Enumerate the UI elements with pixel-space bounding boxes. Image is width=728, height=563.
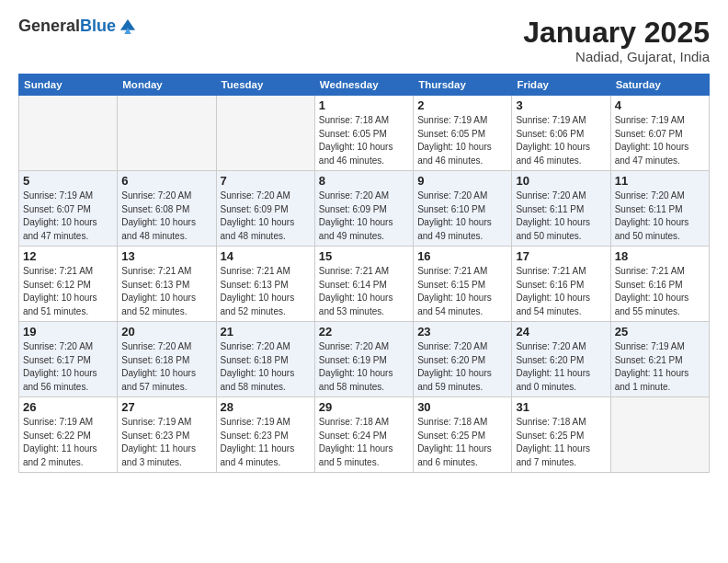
table-row xyxy=(118,96,216,171)
table-row: 15Sunrise: 7:21 AM Sunset: 6:14 PM Dayli… xyxy=(314,247,413,322)
day-detail: Sunrise: 7:21 AM Sunset: 6:14 PM Dayligh… xyxy=(319,265,409,318)
col-friday: Friday xyxy=(512,75,610,96)
day-detail: Sunrise: 7:20 AM Sunset: 6:20 PM Dayligh… xyxy=(417,340,507,394)
day-detail: Sunrise: 7:18 AM Sunset: 6:25 PM Dayligh… xyxy=(516,416,606,469)
day-detail: Sunrise: 7:20 AM Sunset: 6:18 PM Dayligh… xyxy=(221,340,311,394)
day-number: 13 xyxy=(121,249,211,263)
table-row: 3Sunrise: 7:19 AM Sunset: 6:06 PM Daylig… xyxy=(512,96,610,171)
day-number: 17 xyxy=(516,249,606,263)
day-detail: Sunrise: 7:19 AM Sunset: 6:22 PM Dayligh… xyxy=(23,416,113,469)
calendar-week-row: 26Sunrise: 7:19 AM Sunset: 6:22 PM Dayli… xyxy=(19,397,710,473)
logo: GeneralBlue xyxy=(18,17,138,37)
day-detail: Sunrise: 7:18 AM Sunset: 6:05 PM Dayligh… xyxy=(319,114,409,167)
day-number: 20 xyxy=(121,325,211,339)
day-detail: Sunrise: 7:21 AM Sunset: 6:16 PM Dayligh… xyxy=(615,265,705,318)
day-detail: Sunrise: 7:20 AM Sunset: 6:11 PM Dayligh… xyxy=(516,190,606,243)
day-detail: Sunrise: 7:21 AM Sunset: 6:13 PM Dayligh… xyxy=(221,265,311,318)
day-detail: Sunrise: 7:19 AM Sunset: 6:23 PM Dayligh… xyxy=(121,416,211,469)
table-row: 13Sunrise: 7:21 AM Sunset: 6:13 PM Dayli… xyxy=(118,247,216,322)
day-detail: Sunrise: 7:20 AM Sunset: 6:17 PM Dayligh… xyxy=(23,340,113,394)
day-detail: Sunrise: 7:20 AM Sunset: 6:11 PM Dayligh… xyxy=(615,190,705,243)
table-row: 1Sunrise: 7:18 AM Sunset: 6:05 PM Daylig… xyxy=(314,96,413,171)
day-number: 9 xyxy=(417,174,507,188)
day-number: 1 xyxy=(319,98,409,112)
day-detail: Sunrise: 7:20 AM Sunset: 6:09 PM Dayligh… xyxy=(319,190,409,243)
col-tuesday: Tuesday xyxy=(216,75,314,96)
table-row: 20Sunrise: 7:20 AM Sunset: 6:18 PM Dayli… xyxy=(118,322,216,397)
col-wednesday: Wednesday xyxy=(314,75,413,96)
day-number: 19 xyxy=(23,325,113,339)
day-number: 12 xyxy=(23,249,113,263)
day-number: 31 xyxy=(516,400,606,414)
day-number: 5 xyxy=(23,174,113,188)
table-row: 23Sunrise: 7:20 AM Sunset: 6:20 PM Dayli… xyxy=(414,322,512,397)
table-row: 29Sunrise: 7:18 AM Sunset: 6:24 PM Dayli… xyxy=(314,397,413,473)
table-row: 14Sunrise: 7:21 AM Sunset: 6:13 PM Dayli… xyxy=(216,247,314,322)
table-row: 27Sunrise: 7:19 AM Sunset: 6:23 PM Dayli… xyxy=(118,397,216,473)
logo-icon xyxy=(118,17,138,37)
day-detail: Sunrise: 7:21 AM Sunset: 6:15 PM Dayligh… xyxy=(417,265,507,318)
day-number: 25 xyxy=(615,325,705,339)
calendar-subtitle: Nadiad, Gujarat, India xyxy=(523,49,710,64)
day-number: 16 xyxy=(417,249,507,263)
calendar-week-row: 5Sunrise: 7:19 AM Sunset: 6:07 PM Daylig… xyxy=(19,171,710,247)
header: GeneralBlue January 2025 Nadiad, Gujarat… xyxy=(18,17,710,64)
day-detail: Sunrise: 7:19 AM Sunset: 6:21 PM Dayligh… xyxy=(615,340,705,394)
table-row xyxy=(216,96,314,171)
table-row: 31Sunrise: 7:18 AM Sunset: 6:25 PM Dayli… xyxy=(512,397,610,473)
table-row: 28Sunrise: 7:19 AM Sunset: 6:23 PM Dayli… xyxy=(216,397,314,473)
table-row: 18Sunrise: 7:21 AM Sunset: 6:16 PM Dayli… xyxy=(610,247,709,322)
day-number: 8 xyxy=(319,174,409,188)
calendar-week-row: 19Sunrise: 7:20 AM Sunset: 6:17 PM Dayli… xyxy=(19,322,710,397)
day-detail: Sunrise: 7:18 AM Sunset: 6:24 PM Dayligh… xyxy=(319,416,409,469)
day-number: 28 xyxy=(221,400,311,414)
logo-general-text: General xyxy=(18,17,80,35)
day-detail: Sunrise: 7:19 AM Sunset: 6:06 PM Dayligh… xyxy=(516,114,606,167)
table-row: 25Sunrise: 7:19 AM Sunset: 6:21 PM Dayli… xyxy=(610,322,709,397)
table-row: 4Sunrise: 7:19 AM Sunset: 6:07 PM Daylig… xyxy=(610,96,709,171)
table-row: 2Sunrise: 7:19 AM Sunset: 6:05 PM Daylig… xyxy=(414,96,512,171)
day-detail: Sunrise: 7:20 AM Sunset: 6:09 PM Dayligh… xyxy=(221,190,311,243)
calendar-header-row: Sunday Monday Tuesday Wednesday Thursday… xyxy=(19,75,710,96)
col-sunday: Sunday xyxy=(19,75,118,96)
calendar-title: January 2025 xyxy=(523,17,710,49)
day-detail: Sunrise: 7:20 AM Sunset: 6:08 PM Dayligh… xyxy=(121,190,211,243)
day-detail: Sunrise: 7:21 AM Sunset: 6:13 PM Dayligh… xyxy=(121,265,211,318)
col-saturday: Saturday xyxy=(610,75,709,96)
table-row: 19Sunrise: 7:20 AM Sunset: 6:17 PM Dayli… xyxy=(19,322,118,397)
day-number: 18 xyxy=(615,249,705,263)
table-row: 7Sunrise: 7:20 AM Sunset: 6:09 PM Daylig… xyxy=(216,171,314,247)
day-number: 10 xyxy=(516,174,606,188)
day-number: 3 xyxy=(516,98,606,112)
day-number: 11 xyxy=(615,174,705,188)
day-number: 27 xyxy=(121,400,211,414)
table-row: 5Sunrise: 7:19 AM Sunset: 6:07 PM Daylig… xyxy=(19,171,118,247)
day-detail: Sunrise: 7:21 AM Sunset: 6:16 PM Dayligh… xyxy=(516,265,606,318)
logo-blue-text: Blue xyxy=(80,17,116,35)
day-number: 23 xyxy=(417,325,507,339)
table-row: 10Sunrise: 7:20 AM Sunset: 6:11 PM Dayli… xyxy=(512,171,610,247)
day-detail: Sunrise: 7:21 AM Sunset: 6:12 PM Dayligh… xyxy=(23,265,113,318)
day-number: 6 xyxy=(121,174,211,188)
calendar-week-row: 12Sunrise: 7:21 AM Sunset: 6:12 PM Dayli… xyxy=(19,247,710,322)
calendar-table: Sunday Monday Tuesday Wednesday Thursday… xyxy=(18,74,710,473)
table-row: 26Sunrise: 7:19 AM Sunset: 6:22 PM Dayli… xyxy=(19,397,118,473)
table-row: 9Sunrise: 7:20 AM Sunset: 6:10 PM Daylig… xyxy=(414,171,512,247)
col-thursday: Thursday xyxy=(414,75,512,96)
day-number: 22 xyxy=(319,325,409,339)
table-row: 17Sunrise: 7:21 AM Sunset: 6:16 PM Dayli… xyxy=(512,247,610,322)
day-detail: Sunrise: 7:20 AM Sunset: 6:10 PM Dayligh… xyxy=(417,190,507,243)
day-number: 4 xyxy=(615,98,705,112)
day-number: 21 xyxy=(221,325,311,339)
table-row: 24Sunrise: 7:20 AM Sunset: 6:20 PM Dayli… xyxy=(512,322,610,397)
day-number: 14 xyxy=(221,249,311,263)
day-number: 24 xyxy=(516,325,606,339)
day-number: 29 xyxy=(319,400,409,414)
day-detail: Sunrise: 7:19 AM Sunset: 6:23 PM Dayligh… xyxy=(221,416,311,469)
col-monday: Monday xyxy=(118,75,216,96)
table-row xyxy=(610,397,709,473)
day-detail: Sunrise: 7:20 AM Sunset: 6:20 PM Dayligh… xyxy=(516,340,606,394)
day-detail: Sunrise: 7:19 AM Sunset: 6:05 PM Dayligh… xyxy=(417,114,507,167)
day-detail: Sunrise: 7:19 AM Sunset: 6:07 PM Dayligh… xyxy=(615,114,705,167)
day-number: 30 xyxy=(417,400,507,414)
